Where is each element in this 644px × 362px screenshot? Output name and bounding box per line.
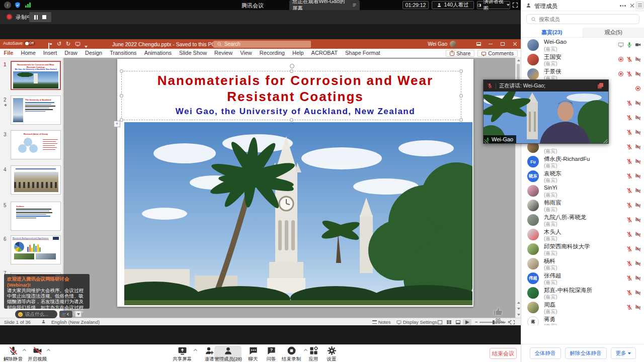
meeting-info-icon[interactable]: i	[4, 2, 11, 9]
slide-thumbnail-4[interactable]	[11, 165, 61, 195]
tab-audience[interactable]: 观众(5)	[583, 28, 644, 37]
ribbon-tab-view[interactable]: View	[236, 49, 256, 57]
resize-handle[interactable]	[290, 69, 293, 73]
zoom-out-button[interactable]: −	[475, 319, 478, 325]
member-row-杨科[interactable]: 杨科(嘉宾)	[527, 256, 642, 271]
rotate-handle[interactable]	[290, 64, 294, 68]
active-mic-icon[interactable]	[626, 42, 632, 48]
quick-access-more-icon[interactable]	[85, 43, 88, 49]
member-row-韩雨宸[interactable]: 韩雨宸(嘉宾)	[527, 198, 642, 213]
speaker-video-header[interactable]: 正在讲话: Wei-Gao;	[484, 80, 608, 92]
muted-camera-icon[interactable]	[635, 217, 641, 223]
ribbon-display-options-button[interactable]	[472, 39, 485, 49]
muted-camera-icon[interactable]	[635, 275, 641, 281]
muted-camera-icon[interactable]	[635, 231, 641, 237]
tab-guests[interactable]: 嘉宾(23)	[521, 28, 583, 37]
muted-mic-icon[interactable]	[626, 246, 632, 252]
member-row-蒋勇[interactable]: 蒋蒋勇(嘉宾)	[527, 315, 642, 325]
muted-mic-icon[interactable]	[626, 100, 632, 106]
member-row-郑直-中科院深海所[interactable]: 郑直-中科院深海所(嘉宾)	[527, 286, 642, 300]
resize-handle[interactable]	[120, 94, 123, 98]
muted-mic-icon[interactable]	[626, 231, 632, 237]
muted-camera-icon[interactable]	[635, 144, 641, 150]
normal-view-button[interactable]	[436, 319, 444, 325]
ribbon-tab-slide-show[interactable]: Slide Show	[176, 49, 211, 57]
sticker-icon[interactable]	[62, 313, 66, 316]
notes-button[interactable]: Notes	[372, 319, 390, 325]
muted-camera-icon[interactable]	[635, 260, 641, 266]
muted-mic-icon[interactable]	[626, 144, 632, 150]
mute-all-button[interactable]: 全体静音	[530, 347, 561, 359]
slide-thumbnail-1[interactable]: Nanomaterials for Corrosion and Wear Res…	[11, 61, 61, 90]
ribbon-tab-transitions[interactable]: Transitions	[106, 49, 140, 57]
muted-camera-icon[interactable]	[635, 100, 641, 106]
settings-button[interactable]: 设置	[320, 346, 343, 362]
member-search-input[interactable]	[539, 16, 635, 22]
resize-handle[interactable]	[459, 69, 463, 73]
resize-handle[interactable]	[120, 118, 123, 122]
muted-mic-icon[interactable]	[626, 188, 632, 194]
muted-mic-icon[interactable]	[626, 115, 632, 121]
chat-quick-input[interactable]: 说点什么...	[15, 310, 57, 318]
start-video-button[interactable]: 开启视频	[26, 346, 48, 362]
manage-members-button[interactable]: 管理成员(28)	[214, 346, 242, 362]
muted-camera-icon[interactable]	[635, 202, 641, 208]
autofit-options-button[interactable]: +	[114, 121, 120, 127]
ribbon-tab-home[interactable]: Home	[17, 49, 39, 57]
panel-collapse-button[interactable]	[636, 2, 643, 9]
member-row-傅永庆-RichardFu[interactable]: Fu傅永庆-RichardFu(嘉宾)	[527, 154, 642, 169]
previous-slide-icon[interactable]	[517, 302, 520, 304]
ribbon-tab-insert[interactable]: Insert	[39, 49, 61, 57]
view-mode-dropdown[interactable]: 演讲者视图	[477, 1, 510, 9]
mic-options-chevron[interactable]	[23, 349, 26, 352]
video-options-chevron[interactable]	[47, 349, 50, 352]
muted-camera-icon[interactable]	[635, 188, 641, 194]
minimize-button[interactable]	[485, 39, 497, 49]
collapse-left-icon[interactable]	[67, 313, 70, 316]
muted-mic-icon[interactable]	[626, 275, 632, 281]
muted-mic-icon[interactable]	[626, 202, 632, 208]
tab-menu-icon[interactable]	[352, 2, 357, 8]
redo-icon[interactable]: ↻	[66, 41, 70, 47]
resize-handle[interactable]	[459, 94, 463, 98]
ppt-titlebar[interactable]: AutoSave Off ↺ ↻ June 2022 Chengdu.pptx …	[0, 39, 521, 49]
undo-icon[interactable]: ↺	[57, 41, 61, 47]
watching-screen-tab[interactable]: 您正在观看Wei-Gao的屏幕	[289, 0, 360, 10]
viewer-count-button[interactable]: 140人看过	[432, 1, 474, 9]
slide-sorter-view-button[interactable]	[445, 319, 453, 325]
stop-recording-button[interactable]	[42, 15, 46, 19]
muted-camera-icon[interactable]	[635, 158, 641, 164]
muted-camera-icon[interactable]	[635, 115, 641, 121]
member-row-SinYi[interactable]: SinYi(嘉宾)	[527, 184, 642, 198]
scroll-down-icon[interactable]	[517, 314, 520, 316]
security-shield-icon[interactable]	[14, 2, 21, 9]
share-button[interactable]: Share	[446, 50, 474, 57]
ribbon-tab-design[interactable]: Design	[81, 49, 106, 57]
slide-canvas[interactable]: Nanomaterials for Corrosion and Wear Res…	[117, 59, 473, 307]
muted-camera-icon[interactable]	[635, 290, 641, 296]
muted-mic-icon[interactable]	[626, 217, 632, 223]
member-row-邱荣西南科技大学[interactable]: 邱荣西南科技大学(嘉宾)	[527, 242, 642, 256]
chat-collapse-button[interactable]	[75, 311, 82, 317]
selected-textbox-outline[interactable]: +	[121, 71, 461, 120]
muted-mic-icon[interactable]	[626, 290, 632, 296]
emoji-smile-icon[interactable]	[18, 312, 23, 317]
ribbon-tab-shape-format[interactable]: Shape Format	[341, 49, 384, 57]
ribbon-tab-animations[interactable]: Animations	[140, 49, 175, 57]
member-row-张伟超[interactable]: 伟超张伟超(嘉宾)	[527, 271, 642, 286]
muted-camera-icon[interactable]	[635, 71, 641, 77]
ribbon-tab-acrobat[interactable]: ACROBAT	[307, 49, 341, 57]
muted-mic-icon[interactable]	[626, 158, 632, 164]
member-row-九院八所-蒋晓龙[interactable]: 九院八所-蒋晓龙(嘉宾)	[527, 213, 642, 227]
account-info[interactable]: Wei Gao	[428, 41, 456, 47]
restore-button[interactable]	[497, 39, 509, 49]
muted-camera-icon[interactable]	[635, 56, 641, 62]
start-slideshow-icon[interactable]	[75, 41, 80, 47]
panel-close-button[interactable]	[630, 3, 634, 8]
autosave-switch[interactable]: Off	[24, 41, 35, 46]
ribbon-tab-help[interactable]: Help	[288, 49, 307, 57]
ribbon-tab-review[interactable]: Review	[211, 49, 236, 57]
speaker-video-frame[interactable]: Wei-Gao	[484, 92, 608, 143]
reading-view-button[interactable]	[454, 319, 462, 325]
muted-camera-icon[interactable]	[635, 173, 641, 179]
